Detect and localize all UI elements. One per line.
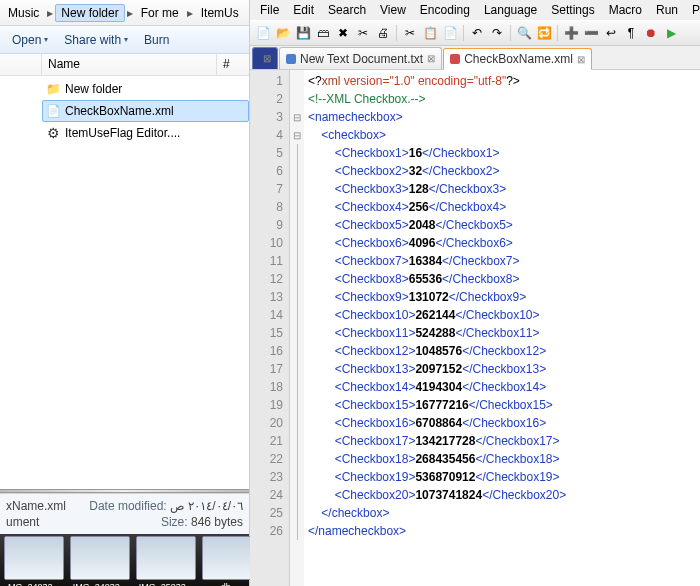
xml-icon: 📄 xyxy=(45,103,61,119)
save-icon[interactable]: 💾 xyxy=(294,24,312,42)
explorer-toolbar: Open ▾ Share with ▾ Burn xyxy=(0,26,249,54)
redo-icon[interactable]: ↷ xyxy=(488,24,506,42)
file-name: CheckBoxName.xml xyxy=(65,104,174,118)
show-all-icon[interactable]: ¶ xyxy=(622,24,640,42)
open-button[interactable]: Open ▾ xyxy=(6,30,54,50)
paste-icon[interactable]: 📄 xyxy=(441,24,459,42)
breadcrumb-item[interactable]: Music xyxy=(2,4,45,22)
save-state-icon xyxy=(450,54,460,64)
menu-search[interactable]: Search xyxy=(322,1,372,19)
selected-file-name: xName.xml xyxy=(6,499,66,513)
breadcrumb[interactable]: Music ▸ New folder ▸ For me ▸ ItemUs xyxy=(0,0,249,26)
open-file-icon[interactable]: 📂 xyxy=(274,24,292,42)
find-icon[interactable]: 🔍 xyxy=(515,24,533,42)
file-list-area: Name # 📁New folder📄CheckBoxName.xml⚙Item… xyxy=(0,54,249,489)
close-tab-icon[interactable]: ⊠ xyxy=(427,53,435,64)
share-button[interactable]: Share with ▾ xyxy=(58,30,134,50)
tree-toggle-column[interactable] xyxy=(0,54,42,75)
burn-button[interactable]: Burn xyxy=(138,30,175,50)
file-row[interactable]: 📄CheckBoxName.xml xyxy=(42,100,249,122)
breadcrumb-item[interactable]: New folder xyxy=(55,4,124,22)
file-name: ItemUseFlag Editor.... xyxy=(65,126,180,140)
file-name: New folder xyxy=(65,82,122,96)
separator xyxy=(557,25,558,41)
replace-icon[interactable]: 🔁 xyxy=(535,24,553,42)
breadcrumb-item[interactable]: ItemUs xyxy=(195,4,245,22)
document-tab[interactable]: CheckBoxName.xml⊠ xyxy=(443,48,592,70)
file-list-header: Name # xyxy=(0,54,249,76)
breadcrumb-item[interactable]: For me xyxy=(135,4,185,22)
separator xyxy=(463,25,464,41)
save-state-icon xyxy=(286,54,296,64)
undo-icon[interactable]: ↶ xyxy=(468,24,486,42)
separator xyxy=(396,25,397,41)
menu-settings[interactable]: Settings xyxy=(545,1,600,19)
close-all-icon[interactable]: ✂ xyxy=(354,24,372,42)
print-icon[interactable]: 🖨 xyxy=(374,24,392,42)
details-pane: xName.xml Date modified: ٢٠١٤/٠٤/٠٦ ص um… xyxy=(0,493,249,534)
close-icon[interactable]: ✖ xyxy=(334,24,352,42)
document-tab[interactable]: ⊠ xyxy=(252,47,278,69)
folder-icon: 📁 xyxy=(45,81,61,97)
code-editor[interactable]: 1234567891011121314151617181920212223242… xyxy=(250,70,700,586)
chevron-right-icon: ▸ xyxy=(45,6,55,20)
size-value: 846 bytes xyxy=(191,515,243,529)
file-row[interactable]: ⚙ItemUseFlag Editor.... xyxy=(42,122,249,144)
menubar: FileEditSearchViewEncodingLanguageSettin… xyxy=(250,0,700,20)
menu-run[interactable]: Run xyxy=(650,1,684,19)
explorer-pane: Music ▸ New folder ▸ For me ▸ ItemUs Ope… xyxy=(0,0,250,586)
taskbar-thumbnail[interactable]: IMG_25032... xyxy=(136,536,196,586)
fold-column[interactable] xyxy=(290,70,304,586)
cut-icon[interactable]: ✂ xyxy=(401,24,419,42)
wrap-icon[interactable]: ↩ xyxy=(602,24,620,42)
record-icon[interactable]: ⏺ xyxy=(642,24,660,42)
size-label: Size: xyxy=(161,515,188,529)
document-tab[interactable]: New Text Document.txt⊠ xyxy=(279,47,442,69)
file-type-label: ument xyxy=(6,515,39,529)
taskbar-thumbnail[interactable]: IMG_24032... xyxy=(70,536,130,586)
modified-value: ٢٠١٤/٠٤/٠٦ ص xyxy=(170,499,243,513)
gear-icon: ⚙ xyxy=(45,125,61,141)
icon-toolbar: 📄 📂 💾 🗃 ✖ ✂ 🖨 ✂ 📋 📄 ↶ ↷ 🔍 🔁 ➕ ➖ ↩ ¶ ⏺ ▶ xyxy=(250,20,700,46)
column-name[interactable]: Name xyxy=(42,54,217,75)
document-tabs: ⊠New Text Document.txt⊠CheckBoxName.xml⊠ xyxy=(250,46,700,70)
line-number-gutter: 1234567891011121314151617181920212223242… xyxy=(250,70,290,586)
menu-file[interactable]: File xyxy=(254,1,285,19)
close-tab-icon[interactable]: ⊠ xyxy=(263,53,271,64)
file-list: 📁New folder📄CheckBoxName.xml⚙ItemUseFlag… xyxy=(0,76,249,146)
zoom-in-icon[interactable]: ➕ xyxy=(562,24,580,42)
new-file-icon[interactable]: 📄 xyxy=(254,24,272,42)
code-area[interactable]: <?xml version="1.0" encoding="utf-8"?><!… xyxy=(304,70,700,586)
menu-edit[interactable]: Edit xyxy=(287,1,320,19)
close-tab-icon[interactable]: ⊠ xyxy=(577,54,585,65)
menu-plug[interactable]: Plug xyxy=(686,1,700,19)
menu-encoding[interactable]: Encoding xyxy=(414,1,476,19)
play-icon[interactable]: ▶ xyxy=(662,24,680,42)
editor-pane: FileEditSearchViewEncodingLanguageSettin… xyxy=(250,0,700,586)
taskbar-thumbnail[interactable]: MG_24032... xyxy=(4,536,64,586)
taskbar: MG_24032...IMG_24032...IMG_25032...db_..… xyxy=(0,534,249,586)
tab-label: CheckBoxName.xml xyxy=(464,52,573,66)
menu-view[interactable]: View xyxy=(374,1,412,19)
modified-label: Date modified: xyxy=(89,499,166,513)
column-hash[interactable]: # xyxy=(217,54,249,75)
chevron-right-icon: ▸ xyxy=(185,6,195,20)
menu-language[interactable]: Language xyxy=(478,1,543,19)
separator xyxy=(510,25,511,41)
menu-macro[interactable]: Macro xyxy=(603,1,648,19)
copy-icon[interactable]: 📋 xyxy=(421,24,439,42)
save-all-icon[interactable]: 🗃 xyxy=(314,24,332,42)
chevron-right-icon: ▸ xyxy=(125,6,135,20)
zoom-out-icon[interactable]: ➖ xyxy=(582,24,600,42)
tab-label: New Text Document.txt xyxy=(300,52,423,66)
file-row[interactable]: 📁New folder xyxy=(42,78,249,100)
